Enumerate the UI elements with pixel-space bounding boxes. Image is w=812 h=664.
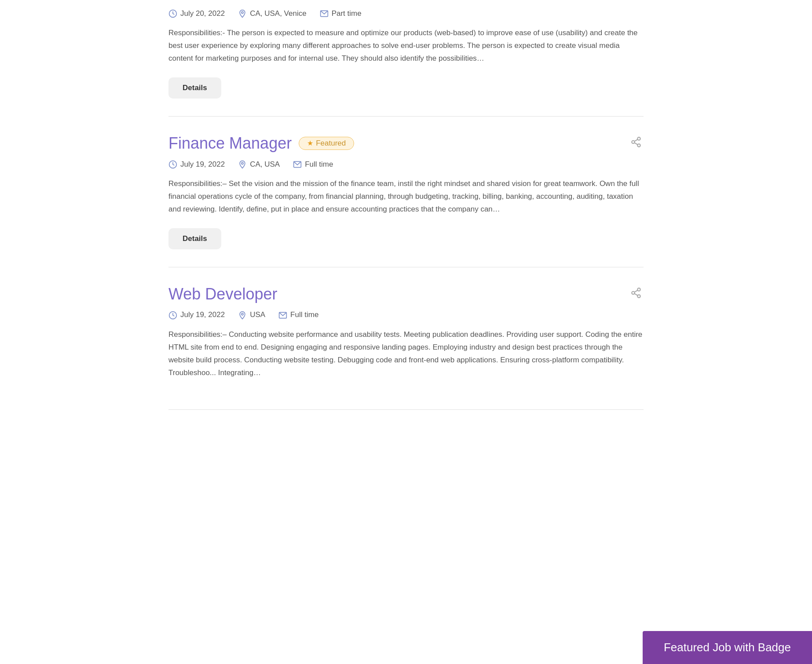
- job-2-details-button[interactable]: Details: [168, 228, 221, 249]
- job-2-date: July 19, 2022: [180, 160, 225, 169]
- job-2-date-item: July 19, 2022: [168, 160, 225, 169]
- job-1-location-item: CA, USA, Venice: [238, 9, 307, 18]
- svg-point-3: [637, 137, 640, 140]
- featured-badge: ★ Featured: [299, 137, 354, 150]
- job-3-type-item: Full time: [278, 310, 318, 320]
- svg-point-13: [637, 295, 640, 298]
- svg-point-4: [632, 141, 635, 144]
- svg-point-9: [241, 163, 243, 164]
- job-3-location-item: USA: [238, 310, 265, 320]
- location-icon: [238, 9, 247, 18]
- svg-line-14: [634, 293, 637, 295]
- job-3-title-row: Web Developer: [168, 285, 277, 303]
- featured-label: Featured: [316, 139, 346, 148]
- job-3-description: Responsibilities:– Conducting website pe…: [168, 328, 644, 379]
- job-2-type-item: Full time: [293, 160, 333, 169]
- job-1-date: July 20, 2022: [180, 9, 225, 18]
- svg-line-7: [634, 139, 637, 141]
- job-3-date-item: July 19, 2022: [168, 310, 225, 320]
- location-icon-2: [238, 160, 247, 169]
- job-3-meta: July 19, 2022 USA Full t: [168, 310, 644, 320]
- job-3-share-button[interactable]: [629, 285, 644, 303]
- svg-line-6: [634, 143, 637, 145]
- job-2-description: Responsibilities:– Set the vision and th…: [168, 178, 644, 216]
- svg-point-1: [241, 12, 243, 14]
- page-wrapper: July 20, 2022 CA, USA, Venice: [142, 0, 670, 410]
- job-2-title[interactable]: Finance Manager: [168, 134, 292, 153]
- envelope-icon-3: [278, 310, 287, 320]
- job-2-location: CA, USA: [250, 160, 280, 169]
- job-1-meta: July 20, 2022 CA, USA, Venice: [168, 9, 644, 18]
- job-2-meta: July 19, 2022 CA, USA Fu: [168, 160, 644, 169]
- job-card-3: Web Developer J: [168, 267, 644, 410]
- job-card-2: Finance Manager ★ Featured: [168, 117, 644, 267]
- job-3-date: July 19, 2022: [180, 310, 225, 319]
- job-2-title-row: Finance Manager ★ Featured: [168, 134, 354, 153]
- clock-icon: [168, 9, 177, 18]
- job-2-type: Full time: [305, 160, 333, 169]
- clock-icon-2: [168, 160, 177, 169]
- svg-point-12: [632, 292, 635, 295]
- svg-point-17: [241, 314, 243, 315]
- job-1-date-item: July 20, 2022: [168, 9, 225, 18]
- job-2-share-button[interactable]: [629, 135, 644, 152]
- svg-line-15: [634, 290, 637, 292]
- svg-point-5: [637, 144, 640, 147]
- job-3-location: USA: [250, 310, 265, 319]
- job-2-header: Finance Manager ★ Featured: [168, 134, 644, 153]
- job-1-description: Responsibilities:- The person is expecte…: [168, 27, 644, 65]
- job-card-1: July 20, 2022 CA, USA, Venice: [168, 0, 644, 117]
- job-1-details-button[interactable]: Details: [168, 77, 221, 99]
- job-1-type-item: Part time: [320, 9, 362, 18]
- svg-point-11: [637, 288, 640, 291]
- job-1-location: CA, USA, Venice: [250, 9, 307, 18]
- job-3-type: Full time: [290, 310, 318, 319]
- job-1-type: Part time: [332, 9, 362, 18]
- envelope-icon: [320, 9, 329, 18]
- star-icon: ★: [307, 139, 313, 147]
- clock-icon-3: [168, 310, 177, 320]
- location-icon-3: [238, 310, 247, 320]
- envelope-icon-2: [293, 160, 302, 169]
- job-3-title[interactable]: Web Developer: [168, 285, 277, 303]
- job-2-location-item: CA, USA: [238, 160, 280, 169]
- job-3-header: Web Developer: [168, 285, 644, 303]
